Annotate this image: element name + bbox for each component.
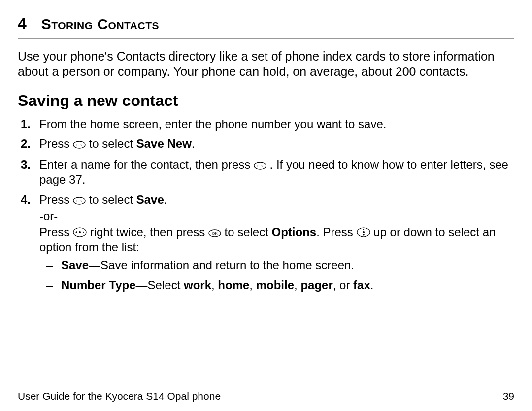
sep4: , or [333,278,353,292]
option-save-label: Save [61,258,89,272]
svg-text:OK: OK [212,231,218,236]
sep3: , [294,278,300,292]
or-separator: -or- [39,209,514,224]
chapter-number: 4 [18,15,27,33]
svg-text:OK: OK [257,164,263,168]
step-2-text-b: to select [89,137,136,150]
sep2: , [249,278,256,292]
ok-button-icon: OK [73,137,86,152]
numtype-end: . [370,278,374,292]
svg-point-13 [363,231,365,233]
svg-marker-14 [363,229,365,230]
chapter-title: Storing Contacts [41,16,159,33]
word-mobile: mobile [256,278,294,292]
nav-pad-icon [73,226,87,240]
step-4-alt-c: to select [224,225,271,239]
save-label: Save [136,193,164,206]
footer-left: User Guide for the Kyocera S14 Opal phon… [18,390,221,402]
ok-button-icon: OK [208,226,221,240]
step-2-text-c: . [192,137,195,150]
option-number-type: Number Type—Select work, home, mobile, p… [61,278,514,293]
section-heading: Saving a new contact [18,92,514,110]
sep1: , [211,278,218,292]
step-4-text-b: to select [89,193,136,206]
page-footer: User Guide for the Kyocera S14 Opal phon… [18,387,514,402]
step-2: Press OK to select Save New. [39,137,514,152]
ok-button-icon: OK [254,158,266,173]
step-4-alt-a: Press [39,225,73,239]
svg-text:OK: OK [76,143,82,147]
options-label: Options [272,225,317,239]
options-sublist: Save—Save information and return to the … [39,258,514,293]
step-3: Enter a name for the contact, then press… [39,157,514,188]
svg-marker-9 [83,231,84,233]
option-numtype-mid: —Select [136,278,184,292]
ok-button-icon: OK [73,193,86,208]
word-home: home [218,278,249,292]
nav-pad-icon [357,226,370,240]
svg-marker-15 [363,234,365,236]
step-1-text: From the home screen, enter the phone nu… [39,117,386,131]
svg-point-7 [79,231,81,233]
option-save-desc: —Save information and return to the home… [89,258,354,272]
step-4: Press OK to select Save. -or- Press righ… [39,192,514,293]
option-numtype-label: Number Type [61,278,136,292]
steps-list: From the home screen, enter the phone nu… [18,117,514,293]
intro-paragraph: Use your phone's Contacts directory like… [18,49,514,79]
svg-text:OK: OK [76,199,82,203]
step-4-alt: Press right twice, then press OK to sele… [39,225,514,255]
option-save: Save—Save information and return to the … [61,258,514,273]
step-2-text-a: Press [39,137,73,150]
chapter-header: 4 Storing Contacts [18,15,514,39]
word-pager: pager [300,278,332,292]
step-4-alt-b: right twice, then press [90,225,208,239]
document-page: 4 Storing Contacts Use your phone's Cont… [0,0,532,411]
word-work: work [184,278,211,292]
footer-page-number: 39 [503,390,514,402]
step-4-alt-d: . Press [316,225,356,239]
step-4-text-c: . [164,193,167,206]
save-new-label: Save New [136,137,192,150]
svg-marker-8 [75,231,77,233]
step-3-text-a: Enter a name for the contact, then press [39,158,254,171]
word-fax: fax [353,278,370,292]
step-1: From the home screen, enter the phone nu… [39,117,514,132]
step-4-text-a: Press [39,193,73,206]
